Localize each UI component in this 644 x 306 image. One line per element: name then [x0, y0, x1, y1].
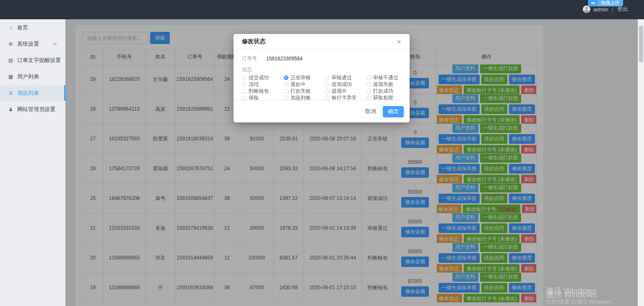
sidebar-item-label: 借款列表 — [17, 89, 39, 97]
modal-header: 修改状态 × — [234, 34, 410, 49]
order-number-value: 1591623309564 — [266, 56, 303, 62]
radio-icon[interactable] — [242, 89, 247, 93]
radio-option-label: 到账钱包 — [249, 88, 269, 95]
modify-status-modal: 修改状态 × 订单号 1591623309564 状态 提交成功正在审核审核通过… — [234, 34, 410, 122]
radio-option-label: 打款成功 — [373, 88, 393, 95]
order-number-label: 订单号 — [242, 55, 260, 62]
users-icon: ▦ — [8, 74, 14, 80]
status-radio-group: 提交成功正在审核审核通过审核不通过冻结退款中提现成功提现失败到账钱包打款失败提现… — [242, 75, 401, 101]
radio-option[interactable]: 到账钱包 — [242, 88, 284, 94]
radio-icon[interactable] — [325, 89, 330, 93]
radio-icon[interactable] — [366, 96, 371, 100]
radio-icon[interactable] — [242, 96, 247, 100]
upload-badge-label: 拖拽上传 — [597, 0, 623, 6]
radio-option-label: 提交成功 — [249, 74, 269, 81]
sidebar-item-label: 首页 — [17, 24, 28, 31]
sidebar-item[interactable]: ≣借款列表 — [0, 85, 65, 101]
chevron-down-icon — [53, 41, 57, 45]
modal-body: 订单号 1591623309564 状态 提交成功正在审核审核通过审核不通过冻结… — [234, 49, 410, 101]
radio-option-label: 提现中 — [332, 88, 347, 95]
sidebar: ⌂首页⚙系统设置▤订单文字提醒设置▦用户列表≣借款列表♟网站管理员设置 — [0, 19, 65, 306]
sidebar-item-label: 网站管理员设置 — [17, 106, 55, 113]
username: admin — [593, 6, 608, 13]
home-icon: ⌂ — [8, 25, 14, 31]
radio-option[interactable]: 冻结 — [242, 82, 284, 87]
radio-option-label: 审核不通过 — [373, 74, 398, 81]
topbar: ∞ 拖拽上传 admin | 登出 — [0, 0, 644, 19]
modal-footer: 取消 确定 — [234, 100, 410, 122]
logout-link[interactable]: 登出 — [617, 5, 628, 13]
radio-selected-icon[interactable] — [284, 75, 288, 80]
radio-option-label: 打款失败 — [291, 88, 311, 95]
sidebar-item[interactable]: ▦用户列表 — [0, 68, 65, 85]
loan-list-icon: ≣ — [8, 90, 14, 96]
gear-icon: ⚙ — [8, 41, 14, 47]
confirm-button[interactable]: 确定 — [383, 106, 404, 117]
sidebar-item[interactable]: ⌂首页 — [0, 19, 65, 36]
radio-icon[interactable] — [284, 96, 288, 100]
radio-option-label: 冻结 — [249, 81, 259, 88]
sidebar-item-label: 用户列表 — [17, 73, 39, 80]
admin-user-icon: ♟ — [8, 106, 14, 112]
document-icon: ▤ — [8, 57, 14, 63]
radio-icon[interactable] — [366, 82, 371, 87]
sidebar-item-label: 系统设置 — [17, 40, 39, 48]
radio-option[interactable]: 打款失败 — [284, 88, 325, 94]
radio-icon[interactable] — [284, 82, 288, 87]
cancel-button[interactable]: 取消 — [365, 108, 376, 115]
scrollbar[interactable] — [638, 19, 644, 306]
infinity-icon: ∞ — [589, 0, 597, 6]
radio-option[interactable]: 打款成功 — [366, 88, 401, 94]
radio-option[interactable]: 提交成功 — [242, 75, 284, 80]
status-label: 状态 — [242, 66, 401, 73]
user-avatar-icon — [583, 5, 590, 13]
sidebar-item-label: 订单文字提醒设置 — [17, 57, 61, 64]
radio-option-label: 审核通过 — [332, 74, 352, 81]
radio-option[interactable]: 退款中 — [284, 82, 325, 87]
radio-icon[interactable] — [366, 89, 371, 93]
radio-option[interactable]: 正在审核 — [284, 75, 325, 80]
radio-option-label: 退款中 — [291, 81, 306, 88]
radio-option[interactable]: 提现成功 — [325, 82, 366, 87]
sidebar-item[interactable]: ▤订单文字提醒设置 — [0, 52, 65, 68]
radio-option[interactable]: 审核不通过 — [366, 75, 401, 80]
radio-icon[interactable] — [325, 96, 330, 100]
radio-option-label: 正在审核 — [291, 74, 311, 81]
radio-option-label: 提现成功 — [332, 81, 352, 88]
radio-icon[interactable] — [242, 75, 247, 80]
scrollbar-thumb[interactable] — [639, 26, 643, 62]
radio-icon[interactable] — [284, 89, 288, 93]
radio-option[interactable]: 审核通过 — [325, 75, 366, 80]
radio-option-label: 提现失败 — [373, 81, 393, 88]
sidebar-item[interactable]: ♟网站管理员设置 — [0, 101, 65, 117]
radio-icon[interactable] — [325, 75, 330, 80]
radio-icon[interactable] — [325, 82, 330, 87]
radio-option[interactable]: 提现中 — [325, 88, 366, 94]
separator: | — [612, 6, 613, 13]
sidebar-item[interactable]: ⚙系统设置 — [0, 36, 65, 52]
radio-icon[interactable] — [242, 82, 247, 87]
radio-option[interactable]: 提现失败 — [366, 82, 401, 87]
close-icon[interactable]: × — [397, 38, 401, 46]
radio-icon[interactable] — [366, 75, 371, 80]
modal-title: 修改状态 — [242, 38, 265, 45]
